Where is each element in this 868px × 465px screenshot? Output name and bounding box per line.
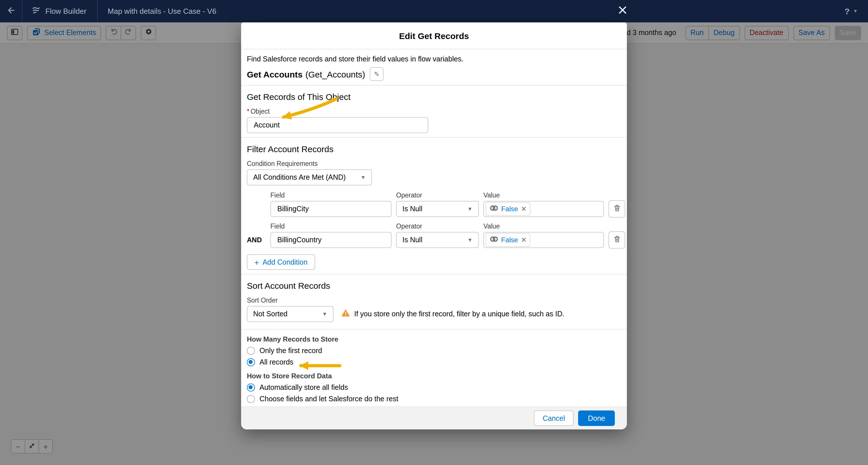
value-pill[interactable]: False ✕ — [486, 202, 531, 216]
operator-column-label: Operator — [396, 223, 479, 231]
delete-condition-button[interactable] — [609, 200, 625, 218]
modal-body: Find Salesforce records and store their … — [241, 50, 627, 406]
trash-icon — [613, 235, 621, 245]
boolean-toggle-icon — [490, 235, 498, 245]
sort-order-label: Sort Order — [247, 297, 621, 304]
condition-operator-select[interactable]: Is Null ▼ — [396, 201, 479, 217]
condition-value-input[interactable]: False ✕ — [484, 201, 604, 217]
close-icon — [618, 5, 627, 17]
radio-only-first-record[interactable]: Only the first record — [247, 347, 621, 355]
flow-title: Map with details - Use Case - V6 — [97, 7, 227, 16]
app-header: Flow Builder Map with details - Use Case… — [0, 0, 868, 22]
element-name-row: Get Accounts (Get_Accounts) ✎ — [247, 67, 621, 81]
object-input[interactable] — [247, 117, 428, 133]
object-section-heading: Get Records of This Object — [247, 92, 621, 102]
and-logic-label: AND — [247, 236, 266, 244]
required-asterisk: * — [247, 108, 249, 115]
back-arrow-icon — [6, 5, 16, 17]
remove-value-icon[interactable]: ✕ — [521, 205, 527, 213]
flow-builder-screen: Flow Builder Map with details - Use Case… — [0, 0, 868, 465]
modal-titlebar: Edit Get Records — [241, 22, 627, 50]
sort-order-select[interactable]: Not Sorted ▼ — [247, 306, 334, 322]
warning-icon — [341, 309, 350, 319]
value-pill[interactable]: False ✕ — [486, 233, 531, 247]
radio-selected-icon — [247, 383, 255, 392]
edit-get-records-modal: Edit Get Records Find Salesforce records… — [241, 22, 627, 429]
radio-all-records[interactable]: All records — [247, 358, 621, 366]
condition-requirements-select[interactable]: All Conditions Are Met (AND) ▼ — [247, 169, 372, 185]
condition-field-input[interactable] — [270, 201, 392, 217]
radio-automatically-store[interactable]: Automatically store all fields — [247, 383, 621, 392]
field-column-label: Field — [270, 223, 392, 231]
condition-operator-select[interactable]: Is Null ▼ — [396, 232, 479, 248]
how-store-label: How to Store Record Data — [247, 372, 621, 380]
filter-section-heading: Filter Account Records — [247, 144, 621, 154]
remove-value-icon[interactable]: ✕ — [521, 236, 527, 244]
value-column-label: Value — [484, 192, 604, 200]
object-field-label: *Object — [247, 108, 621, 115]
modal-footer: Cancel Done — [241, 406, 627, 429]
back-button[interactable] — [0, 0, 22, 22]
conditions-grid: Field Operator Value Is Null ▼ False — [247, 192, 621, 249]
section-divider — [241, 274, 627, 274]
chevron-down-icon: ▼ — [361, 175, 366, 180]
section-divider — [241, 137, 627, 138]
how-many-records-label: How Many Records to Store — [247, 335, 621, 343]
condition-value-input[interactable]: False ✕ — [484, 232, 604, 248]
add-condition-button[interactable]: + Add Condition — [247, 254, 315, 270]
section-divider — [241, 329, 627, 330]
chevron-down-icon: ▼ — [467, 237, 472, 243]
close-modal-button[interactable] — [617, 5, 629, 17]
help-caret-icon[interactable]: ▼ — [853, 9, 858, 14]
section-divider — [241, 85, 627, 86]
help-icon[interactable]: ? — [844, 6, 849, 16]
done-button[interactable]: Done — [578, 410, 615, 426]
flow-builder-brand: Flow Builder — [22, 0, 97, 22]
cancel-button[interactable]: Cancel — [534, 410, 574, 426]
radio-icon — [247, 347, 255, 355]
radio-choose-fields[interactable]: Choose fields and let Salesforce do the … — [247, 395, 621, 403]
condition-field-input[interactable] — [270, 232, 392, 248]
delete-condition-button[interactable] — [609, 231, 625, 249]
pencil-icon: ✎ — [374, 70, 379, 78]
chevron-down-icon: ▼ — [322, 311, 327, 317]
boolean-toggle-icon — [490, 204, 498, 214]
element-name: Get Accounts — [247, 69, 303, 79]
field-column-label: Field — [270, 192, 392, 200]
value-column-label: Value — [484, 223, 604, 231]
modal-title: Edit Get Records — [399, 31, 469, 40]
condition-requirements-label: Condition Requirements — [247, 160, 621, 167]
operator-column-label: Operator — [396, 192, 479, 200]
sort-warning: If you store only the first record, filt… — [341, 309, 564, 319]
plus-icon: + — [254, 257, 259, 267]
sort-section-heading: Sort Account Records — [247, 281, 621, 290]
chevron-down-icon: ▼ — [467, 206, 472, 212]
app-label: Flow Builder — [45, 7, 86, 16]
flow-icon — [32, 5, 41, 17]
trash-icon — [613, 204, 621, 214]
element-api-name: (Get_Accounts) — [305, 69, 365, 79]
edit-name-button[interactable]: ✎ — [370, 67, 383, 81]
modal-description: Find Salesforce records and store their … — [247, 55, 621, 63]
radio-icon — [247, 395, 255, 403]
radio-selected-icon — [247, 358, 255, 366]
